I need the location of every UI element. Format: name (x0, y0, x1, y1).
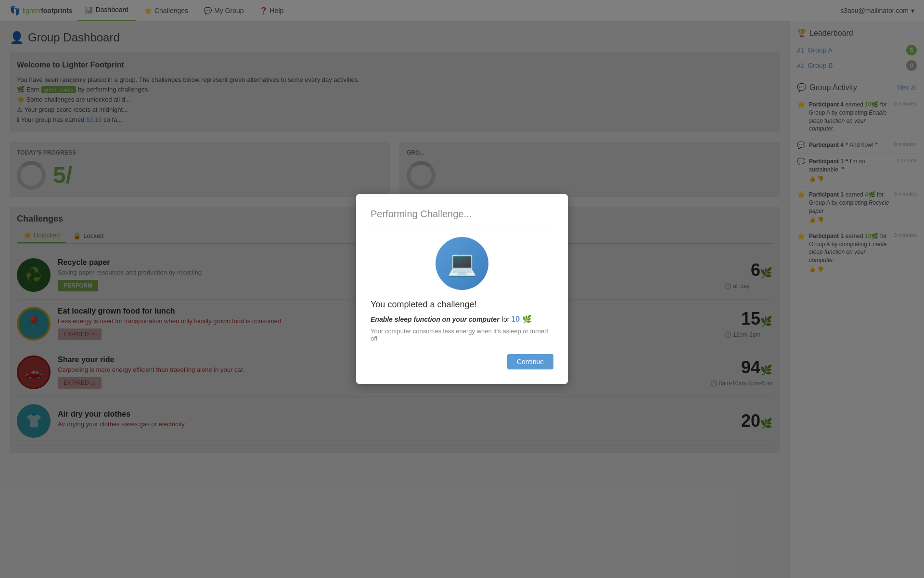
modal-challenge-name: Enable sleep function on your computer (371, 315, 500, 323)
modal-challenge-line: Enable sleep function on your computer f… (371, 315, 553, 324)
challenge-complete-modal: Performing Challenge... 💻 You completed … (356, 194, 568, 384)
modal-leaf-icon: 🌿 (522, 315, 532, 323)
continue-button[interactable]: Continue (507, 354, 553, 369)
modal-footer: Continue (371, 354, 553, 369)
modal-laptop-icon: 💻 (436, 237, 488, 290)
modal-overlay: Performing Challenge... 💻 You completed … (0, 0, 924, 578)
modal-desc: Your computer consumes less energy when … (371, 328, 553, 342)
modal-points: 10 (511, 315, 520, 323)
modal-icon-container: 💻 (371, 237, 553, 290)
modal-completed-text: You completed a challenge! (371, 300, 553, 310)
modal-title: Performing Challenge... (371, 209, 553, 227)
